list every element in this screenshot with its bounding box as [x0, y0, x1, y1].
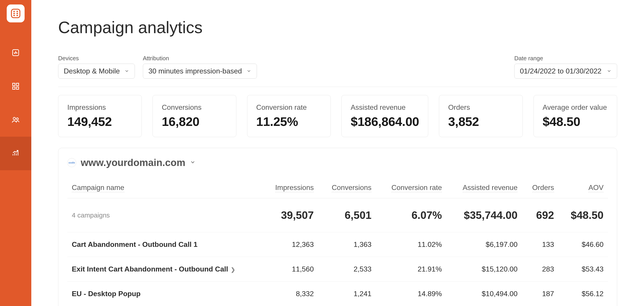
table-row[interactable]: EU - Desktop Popup8,3321,24114.89%$10,49…	[67, 281, 608, 306]
chevron-down-icon	[190, 159, 196, 166]
cell-aov: $53.43	[558, 257, 608, 281]
metric-label: Orders	[448, 103, 514, 112]
summary-orders: 692	[522, 198, 558, 232]
metric-assisted-revenue: Assisted revenue $186,864.00	[342, 95, 428, 137]
svg-point-13	[16, 118, 18, 120]
chevron-down-icon	[124, 67, 129, 75]
metric-label: Conversions	[162, 103, 227, 112]
chevron-down-icon	[607, 67, 612, 75]
cell-conversion-rate: 21.91%	[376, 257, 446, 281]
brand-logo[interactable]	[7, 5, 24, 22]
main-content: Campaign analytics Devices Desktop & Mob…	[31, 0, 644, 306]
chevron-down-icon	[246, 67, 251, 75]
col-assisted-revenue[interactable]: Assisted revenue	[446, 179, 522, 198]
users-icon	[12, 116, 20, 124]
filter-devices: Devices Desktop & Mobile	[58, 55, 135, 79]
metric-label: Impressions	[67, 103, 132, 112]
sidebar	[0, 0, 31, 306]
date-range-value: 01/24/2022 to 01/30/2022	[520, 67, 602, 75]
cell-assisted-revenue: $10,494.00	[446, 281, 522, 306]
metric-conversions: Conversions 16,820	[152, 95, 236, 137]
attribution-label: Attribution	[143, 55, 257, 62]
metric-value: 3,852	[448, 114, 514, 129]
cell-conversion-rate: 14.89%	[376, 281, 446, 306]
svg-rect-10	[13, 87, 15, 89]
col-orders[interactable]: Orders	[522, 179, 558, 198]
cell-campaign-name: Exit Intent Cart Abandonment - Outbound …	[67, 257, 262, 281]
metric-value: 16,820	[162, 114, 227, 129]
cell-conversions: 2,533	[318, 257, 376, 281]
filter-date-range: Date range 01/24/2022 to 01/30/2022	[514, 55, 617, 79]
date-range-select[interactable]: 01/24/2022 to 01/30/2022	[514, 64, 617, 79]
metric-aov: Average order value $48.50	[534, 95, 617, 137]
domain-header[interactable]: oodle www.yourdomain.com	[67, 157, 608, 168]
summary-conversions: 6,501	[318, 198, 376, 232]
svg-rect-11	[16, 87, 19, 89]
cell-impressions: 8,332	[262, 281, 318, 306]
cell-aov: $46.60	[558, 232, 608, 257]
cell-orders: 283	[522, 257, 558, 281]
cell-orders: 187	[522, 281, 558, 306]
svg-point-1	[14, 11, 15, 12]
metric-value: 149,452	[67, 114, 132, 129]
sidebar-item-users[interactable]	[0, 103, 31, 137]
grid-icon	[12, 82, 20, 90]
cell-assisted-revenue: $6,197.00	[446, 232, 522, 257]
table-summary-row: 4 campaigns39,5076,5016.07%$35,744.00692…	[67, 198, 608, 232]
page-title: Campaign analytics	[58, 18, 617, 37]
attribution-value: 30 minutes impression-based	[148, 67, 242, 75]
cell-conversions: 1,363	[318, 232, 376, 257]
table-header-row: Campaign name Impressions Conversions Co…	[67, 179, 608, 198]
attribution-select[interactable]: 30 minutes impression-based	[143, 64, 257, 79]
col-impressions[interactable]: Impressions	[262, 179, 318, 198]
campaigns-panel: oodle www.yourdomain.com Campaign name I…	[58, 148, 617, 306]
svg-point-2	[16, 11, 18, 12]
cell-campaign-name: EU - Desktop Popup	[67, 281, 262, 306]
table-row[interactable]: Cart Abandonment - Outbound Call 112,363…	[67, 232, 608, 257]
metric-label: Assisted revenue	[350, 103, 419, 112]
cell-orders: 133	[522, 232, 558, 257]
dice-icon	[10, 8, 21, 19]
devices-label: Devices	[58, 55, 135, 62]
svg-point-3	[14, 13, 15, 14]
cell-impressions: 11,560	[262, 257, 318, 281]
metric-value: $48.50	[543, 114, 608, 129]
domain-favicon: oodle	[67, 158, 76, 167]
metric-impressions: Impressions 149,452	[58, 95, 142, 137]
filter-attribution: Attribution 30 minutes impression-based	[143, 55, 257, 79]
cell-aov: $56.12	[558, 281, 608, 306]
devices-select[interactable]: Desktop & Mobile	[58, 64, 135, 79]
date-range-label: Date range	[514, 55, 617, 62]
sidebar-item-activity[interactable]	[0, 36, 31, 69]
cell-assisted-revenue: $15,120.00	[446, 257, 522, 281]
devices-value: Desktop & Mobile	[64, 67, 120, 75]
col-aov[interactable]: AOV	[558, 179, 608, 198]
svg-rect-8	[13, 83, 15, 86]
cell-conversion-rate: 11.02%	[376, 232, 446, 257]
sidebar-item-analytics[interactable]	[0, 137, 31, 170]
metric-label: Conversion rate	[256, 103, 322, 112]
metric-value: $186,864.00	[350, 114, 419, 129]
svg-point-6	[16, 15, 18, 16]
cell-conversions: 1,241	[318, 281, 376, 306]
col-conversion-rate[interactable]: Conversion rate	[376, 179, 446, 198]
metric-orders: Orders 3,852	[439, 95, 522, 137]
summary-aov: $48.50	[558, 198, 608, 232]
table-row[interactable]: Exit Intent Cart Abandonment - Outbound …	[67, 257, 608, 281]
chart-arrow-icon	[12, 149, 20, 158]
metric-conversion-rate: Conversion rate 11.25%	[247, 95, 331, 137]
col-conversions[interactable]: Conversions	[318, 179, 376, 198]
sidebar-item-dashboard[interactable]	[0, 69, 31, 103]
summary-label: 4 campaigns	[67, 198, 262, 232]
col-campaign-name[interactable]: Campaign name	[67, 179, 262, 198]
activity-icon	[12, 49, 20, 57]
summary-impressions: 39,507	[262, 198, 318, 232]
svg-point-4	[16, 13, 18, 14]
svg-rect-9	[16, 83, 19, 86]
summary-assisted-revenue: $35,744.00	[446, 198, 522, 232]
svg-rect-0	[12, 9, 20, 18]
metric-label: Average order value	[543, 103, 608, 112]
chevron-right-icon: ❯	[231, 267, 235, 273]
metric-value: 11.25%	[256, 114, 322, 129]
cell-impressions: 12,363	[262, 232, 318, 257]
